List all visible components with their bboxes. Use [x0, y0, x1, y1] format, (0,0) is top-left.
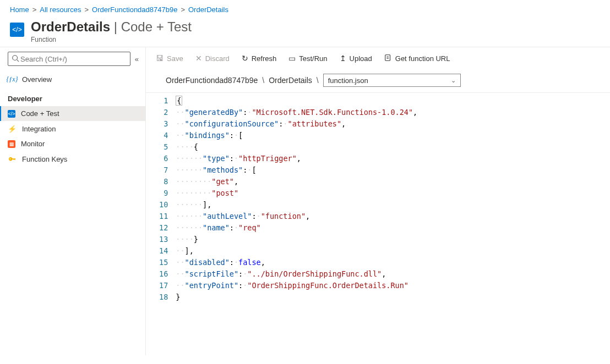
sidebar-section-developer: Developer [0, 87, 145, 106]
sidebar-item-label: Code + Test [21, 109, 59, 118]
crumb-function-app[interactable]: OrderFunctiondad8747b9e [92, 5, 177, 14]
search-input[interactable] [19, 54, 127, 64]
sidebar-item-label: Overview [22, 75, 52, 84]
crumb-all-resources[interactable]: All resources [40, 5, 81, 14]
path-sep: \ [317, 76, 319, 85]
sidebar-search[interactable] [8, 52, 130, 66]
svg-rect-2 [385, 54, 390, 60]
bolt-icon: ⚡ [8, 124, 17, 133]
monitor-icon: ▩ [8, 140, 15, 148]
sidebar-item-function-keys[interactable]: 🔑︎ Function Keys [0, 151, 145, 167]
crumb-sep: > [32, 5, 37, 14]
file-dropdown-value: function.json [328, 76, 368, 85]
refresh-button[interactable]: ↻ Refresh [242, 54, 277, 63]
get-function-url-button[interactable]: Get function URL [384, 54, 450, 63]
link-icon [384, 54, 392, 63]
key-icon: 🔑︎ [8, 155, 17, 163]
toolbar: 🖫︎ Save ✕ Discard ↻ Refresh ▭ Test/Run ↥… [146, 47, 610, 69]
path-seg-app: OrderFunctiondad8747b9e [166, 76, 258, 85]
sidebar-item-label: Integration [22, 125, 56, 133]
fx-icon: {ƒx} [8, 75, 17, 84]
code-editor[interactable]: 123456789101112131415161718 {··"generate… [146, 93, 610, 355]
discard-button[interactable]: ✕ Discard [195, 54, 230, 63]
svg-line-1 [17, 59, 19, 62]
save-icon: 🖫︎ [156, 54, 164, 63]
crumb-home[interactable]: Home [10, 5, 29, 14]
refresh-icon: ↻ [242, 54, 248, 63]
code-body[interactable]: {··"generatedBy":·"Microsoft.NET.Sdk.Fun… [176, 95, 610, 355]
upload-icon: ↥ [340, 54, 346, 63]
sidebar-item-label: Function Keys [22, 155, 67, 163]
crumb-order-details[interactable]: OrderDetails [188, 5, 228, 14]
sidebar-item-overview[interactable]: {ƒx} Overview [0, 71, 145, 87]
line-gutter: 123456789101112131415161718 [146, 95, 176, 355]
save-button[interactable]: 🖫︎ Save [156, 54, 183, 63]
file-dropdown[interactable]: function.json ⌄ [323, 74, 461, 87]
search-icon [12, 54, 19, 64]
code-icon: </> [8, 110, 15, 118]
chevron-down-icon: ⌄ [451, 77, 456, 84]
upload-button[interactable]: ↥ Upload [340, 54, 372, 63]
sidebar: « {ƒx} Overview Developer </> Code + Tes… [0, 47, 146, 355]
page-title: OrderDetails | Code + Test [31, 19, 192, 34]
page-subtitle: Function [31, 36, 192, 43]
file-path-bar: OrderFunctiondad8747b9e \ OrderDetails \… [146, 69, 610, 93]
svg-point-0 [13, 55, 18, 60]
sidebar-item-monitor[interactable]: ▩ Monitor [0, 136, 145, 151]
sidebar-item-integration[interactable]: ⚡ Integration [0, 121, 145, 136]
breadcrumb: Home > All resources > OrderFunctiondad8… [0, 0, 610, 17]
path-seg-func: OrderDetails [269, 76, 312, 85]
page-title-row: </> OrderDetails | Code + Test Function [0, 17, 610, 47]
discard-icon: ✕ [195, 54, 202, 63]
test-run-button[interactable]: ▭ Test/Run [288, 54, 327, 63]
collapse-sidebar-icon[interactable]: « [135, 55, 139, 63]
sidebar-item-code-test[interactable]: </> Code + Test [0, 106, 145, 121]
function-icon: </> [10, 23, 24, 37]
crumb-sep: > [84, 5, 89, 14]
sidebar-item-label: Monitor [21, 140, 45, 148]
test-run-icon: ▭ [288, 54, 296, 63]
crumb-sep: > [181, 5, 185, 14]
path-sep: \ [262, 76, 264, 85]
